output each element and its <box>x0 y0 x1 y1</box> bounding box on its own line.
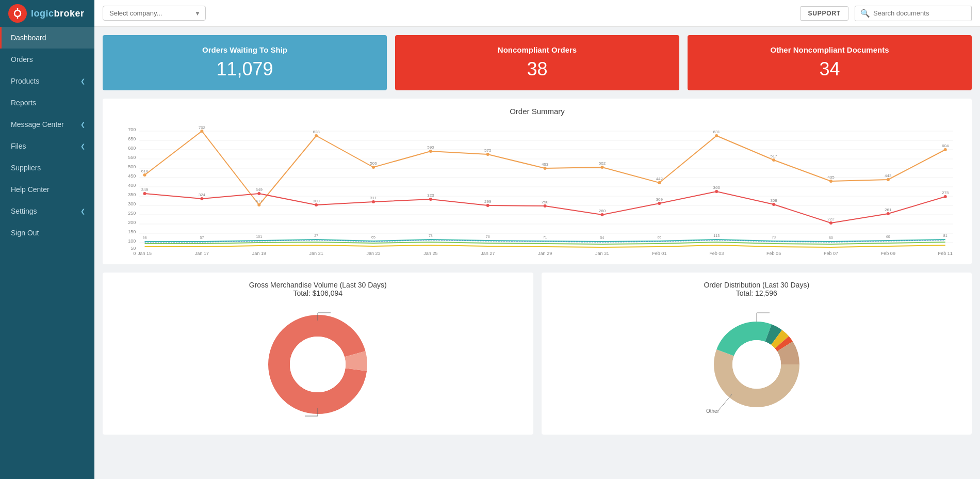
svg-point-38 <box>429 150 432 153</box>
kpi-value-waiting: 11,079 <box>115 58 374 80</box>
svg-point-73 <box>715 190 718 193</box>
svg-text:500: 500 <box>128 164 136 169</box>
topbar-right: SUPPORT 🔍 <box>800 6 972 21</box>
svg-text:450: 450 <box>128 173 136 179</box>
svg-text:650: 650 <box>128 136 136 141</box>
sidebar-item-settings[interactable]: Settings ❮ <box>0 200 94 222</box>
sidebar-item-sign-out[interactable]: Sign Out <box>0 222 94 244</box>
svg-point-40 <box>544 167 547 170</box>
svg-text:71: 71 <box>543 235 547 239</box>
svg-text:299: 299 <box>484 199 492 204</box>
logo-area: logicbroker <box>0 0 94 27</box>
svg-point-44 <box>772 158 775 162</box>
svg-point-68 <box>429 198 432 201</box>
svg-text:350: 350 <box>128 192 136 197</box>
kpi-card-waiting-to-ship: Orders Waiting To Ship 11,079 <box>103 35 387 90</box>
sidebar-item-products[interactable]: Products ❮ <box>0 70 94 92</box>
main-content: Orders Waiting To Ship 11,079 Noncomplia… <box>94 27 980 479</box>
line-chart: 700 650 600 550 500 450 400 350 300 250 … <box>111 122 963 256</box>
svg-text:442: 442 <box>656 177 663 181</box>
svg-text:250: 250 <box>128 211 136 216</box>
svg-point-64 <box>200 197 203 200</box>
chevron-icon: ❮ <box>80 121 85 128</box>
svg-point-37 <box>372 166 375 169</box>
kpi-title-noncompliant: Noncompliant Orders <box>407 45 667 54</box>
gmv-subtitle: Total: $106,094 <box>111 289 525 297</box>
order-dist-panel: Order Distribution (Last 30 Days) Total:… <box>542 273 972 435</box>
svg-text:27: 27 <box>314 234 318 237</box>
svg-text:493: 493 <box>542 162 549 167</box>
svg-text:60: 60 <box>886 235 890 238</box>
bottom-charts: Gross Merchandise Volume (Last 30 Days) … <box>103 273 972 435</box>
svg-text:Jan 17: Jan 17 <box>195 251 209 256</box>
kpi-row: Orders Waiting To Ship 11,079 Noncomplia… <box>103 35 972 90</box>
svg-text:73: 73 <box>772 235 776 239</box>
svg-text:600: 600 <box>128 146 136 151</box>
svg-text:261: 261 <box>885 207 892 212</box>
svg-text:298: 298 <box>542 200 549 204</box>
logo-text: logicbroker <box>31 8 85 19</box>
svg-text:618: 618 <box>141 169 149 173</box>
svg-text:98: 98 <box>143 236 147 240</box>
company-select[interactable]: Select company... <box>103 6 206 21</box>
svg-point-76 <box>887 212 890 215</box>
svg-text:Jan 31: Jan 31 <box>595 251 609 256</box>
svg-text:80: 80 <box>829 236 833 240</box>
svg-point-45 <box>829 180 832 183</box>
search-icon: 🔍 <box>860 9 870 18</box>
gmv-donut-svg <box>261 308 374 421</box>
svg-point-47 <box>944 148 947 151</box>
svg-text:76: 76 <box>486 235 490 238</box>
sidebar-item-orders[interactable]: Orders <box>0 49 94 70</box>
svg-text:324: 324 <box>199 193 206 197</box>
svg-point-33 <box>143 173 146 177</box>
sidebar-item-files[interactable]: Files ❮ <box>0 135 94 157</box>
svg-text:575: 575 <box>484 148 492 153</box>
svg-text:550: 550 <box>128 155 136 160</box>
kpi-card-noncompliant-docs: Other Noncompliant Documents 34 <box>688 35 972 90</box>
chevron-icon: ❮ <box>80 143 85 150</box>
gmv-donut-wrap <box>111 308 525 421</box>
svg-text:309: 309 <box>656 197 663 202</box>
svg-text:200: 200 <box>128 220 136 225</box>
company-select-wrap: Select company... ▼ <box>103 6 206 21</box>
search-box: 🔍 <box>855 6 972 21</box>
gmv-panel: Gross Merchandise Volume (Last 30 Days) … <box>103 273 533 435</box>
order-dist-donut-svg: Other <box>690 308 824 426</box>
sidebar-item-reports[interactable]: Reports <box>0 92 94 114</box>
svg-text:323: 323 <box>427 193 434 198</box>
svg-text:81: 81 <box>943 234 948 237</box>
svg-text:604: 604 <box>942 143 949 148</box>
svg-point-41 <box>600 166 603 169</box>
svg-text:Feb 05: Feb 05 <box>766 251 781 256</box>
sidebar-item-dashboard[interactable]: Dashboard <box>0 27 94 49</box>
sidebar-item-message-center[interactable]: Message Center ❮ <box>0 114 94 135</box>
svg-text:502: 502 <box>599 161 606 166</box>
kpi-title-noncompliant-docs: Other Noncompliant Documents <box>700 45 959 54</box>
svg-text:222: 222 <box>827 217 835 221</box>
chevron-icon: ❮ <box>80 208 85 215</box>
svg-text:311: 311 <box>370 196 377 200</box>
chevron-icon: ❮ <box>80 78 85 85</box>
svg-text:Jan 21: Jan 21 <box>309 251 323 256</box>
svg-point-77 <box>944 195 947 198</box>
logo-icon <box>8 4 27 23</box>
svg-text:260: 260 <box>599 209 606 213</box>
svg-text:506: 506 <box>370 161 377 166</box>
svg-text:417: 417 <box>256 199 263 203</box>
kpi-card-noncompliant-orders: Noncompliant Orders 38 <box>395 35 679 90</box>
sidebar-item-help-center[interactable]: Help Center <box>0 179 94 200</box>
svg-text:Jan 15: Jan 15 <box>138 251 152 256</box>
svg-text:702: 702 <box>199 125 206 130</box>
sidebar-item-suppliers[interactable]: Suppliers <box>0 157 94 179</box>
svg-line-139 <box>718 394 732 411</box>
svg-point-75 <box>829 221 832 225</box>
support-button[interactable]: SUPPORT <box>800 6 848 21</box>
svg-text:Other: Other <box>706 408 720 414</box>
kpi-title-waiting: Orders Waiting To Ship <box>115 45 374 54</box>
svg-text:300: 300 <box>313 199 320 203</box>
svg-point-67 <box>372 200 375 203</box>
svg-text:435: 435 <box>827 175 835 180</box>
svg-text:400: 400 <box>128 183 136 188</box>
search-input[interactable] <box>873 9 966 17</box>
